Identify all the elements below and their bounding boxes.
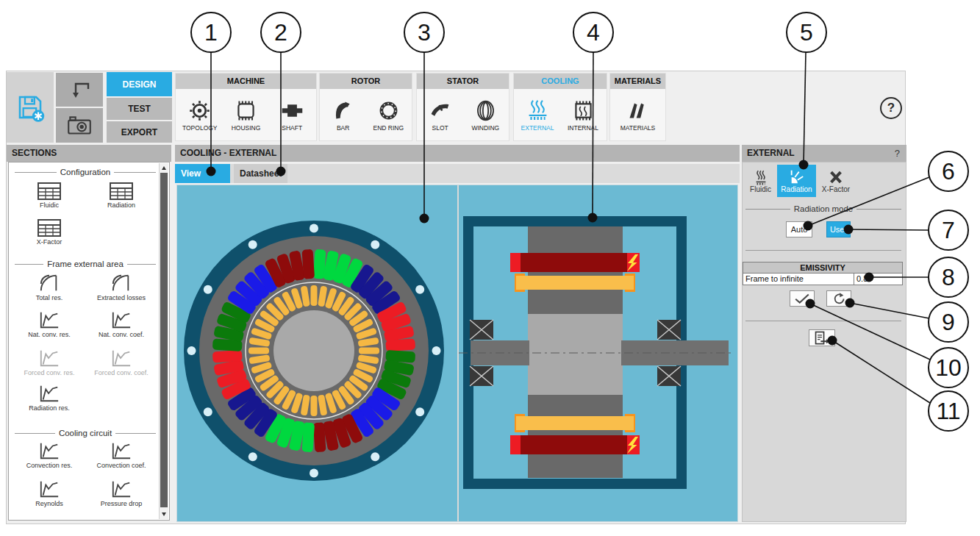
group-body-stator: SLOT WINDING — [417, 90, 509, 140]
toolbar-group-materials: MATERIALS MATERIALS — [609, 73, 666, 141]
group-header-cooling-circuit: Cooling circuit — [15, 428, 156, 438]
callout-circle-6 — [929, 151, 968, 191]
section-item-fluidic[interactable]: Fluidic — [13, 182, 85, 209]
user-mode-button[interactable]: User — [826, 221, 851, 237]
section-item-label: Nat. conv. coef. — [99, 331, 144, 338]
tab-fluidic[interactable]: Fluidic — [744, 165, 777, 197]
fluidic-icon — [753, 169, 769, 185]
panel-help-button[interactable]: ? — [895, 145, 900, 162]
section-item-pressure-drop[interactable]: Pressure drop — [85, 479, 157, 507]
section-item-reynolds[interactable]: Reynolds — [13, 479, 85, 507]
winding-end-cap — [510, 253, 521, 272]
section-item-extracted-losses[interactable]: Extracted losses — [85, 273, 157, 301]
axial-winding-bottom — [510, 435, 640, 454]
section-item-x-factor[interactable]: X-Factor — [13, 218, 85, 246]
section-item-convection-coef[interactable]: Convection coef. — [85, 440, 157, 469]
table-icon — [109, 182, 134, 201]
sections-row: Forced conv. res. Forced conv. coef. — [13, 348, 157, 376]
group-header-rotor: ROTOR — [320, 74, 412, 89]
toolbar-item-internal[interactable]: INTERNAL — [561, 99, 605, 132]
toolbar-item-end-ring[interactable]: END RING — [366, 99, 410, 132]
tab-datasheet[interactable]: Datasheet — [234, 164, 287, 183]
materials-icon — [626, 99, 650, 123]
sections-title: SECTIONS — [7, 145, 171, 162]
screenshot-button[interactable] — [56, 108, 103, 143]
callout-circle-2 — [261, 12, 301, 52]
callout-circle-11 — [929, 391, 968, 431]
toolbar-item-housing[interactable]: HOUSING — [224, 99, 268, 132]
toolbar-item-winding[interactable]: WINDING — [463, 99, 507, 132]
undo-button[interactable] — [56, 73, 103, 107]
section-item-label: Fluidic — [40, 201, 59, 209]
topology-gear-icon — [187, 99, 212, 123]
axial-end-winding-bottom — [516, 416, 634, 430]
toolbar-item-bar[interactable]: BAR — [321, 99, 365, 132]
camera-icon — [65, 112, 93, 140]
sections-scrollbar[interactable] — [159, 163, 168, 519]
toolbar-item-topology[interactable]: TOPOLOGY — [178, 99, 222, 132]
housing-icon — [234, 99, 258, 123]
line-chart-icon — [37, 440, 61, 461]
callout-number: 8 — [942, 264, 955, 290]
axial-cross-section — [459, 221, 734, 484]
external-title-label: EXTERNAL — [747, 148, 795, 158]
section-item-convection-res[interactable]: Convection res. — [13, 440, 85, 469]
group-header-frame-external-area: Frame external area — [15, 259, 156, 269]
scrollbar-thumb[interactable] — [160, 173, 168, 507]
sections-row: Fluidic Radiation — [13, 182, 157, 209]
tab-radiation[interactable]: Radiation — [777, 165, 816, 197]
toolbar-item-label: WINDING — [471, 124, 499, 132]
group-body-materials: MATERIALS — [610, 90, 665, 140]
test-tab[interactable]: TEST — [107, 98, 172, 120]
toolbar-item-materials[interactable]: MATERIALS — [616, 99, 660, 132]
sections-row: Total res. Extracted losses — [13, 273, 157, 301]
internal-cooling-icon — [571, 99, 595, 123]
undo-arrow-icon — [66, 76, 93, 103]
tab-view[interactable]: View — [175, 164, 230, 183]
section-item-nat-conv-res[interactable]: Nat. conv. res. — [13, 310, 85, 338]
radiation-icon — [789, 169, 805, 185]
winding-coil-icon — [473, 99, 498, 123]
sections-panel: Configuration Fluidic Ra — [8, 162, 170, 521]
help-button[interactable]: ? — [880, 97, 902, 119]
toolbar-item-slot[interactable]: SLOT — [418, 99, 462, 132]
section-item-forced-conv-res[interactable]: Forced conv. res. — [13, 348, 85, 376]
callout-number: 10 — [935, 354, 962, 381]
scroll-down-icon[interactable] — [162, 512, 166, 516]
group-header-materials: MATERIALS — [610, 74, 665, 89]
group-header-label: Cooling circuit — [55, 429, 115, 437]
callout-circle-1 — [191, 12, 231, 52]
toolbar-group-rotor: ROTOR BAR END RING — [319, 73, 412, 141]
group-body-machine: TOPOLOGY HOUSING SHAFT — [176, 90, 316, 140]
axial-winding-top — [510, 253, 640, 272]
section-item-total-res[interactable]: Total res. — [13, 273, 85, 301]
design-tab[interactable]: DESIGN — [107, 72, 172, 96]
emissivity-table: EMISSIVITY Frame to infinite 0.8 — [743, 262, 903, 285]
toolbar-item-label: MATERIALS — [620, 124, 656, 132]
callout-number: 4 — [587, 19, 600, 46]
section-item-label: Pressure drop — [101, 500, 143, 507]
callout-number: 1 — [204, 19, 218, 46]
cooling-view-canvas[interactable] — [176, 185, 738, 522]
panel-divider — [745, 250, 901, 251]
section-item-label: Radiation res. — [29, 404, 70, 412]
section-item-forced-conv-coef[interactable]: Forced conv. coef. — [85, 348, 157, 376]
toolbar-item-shaft[interactable]: SHAFT — [270, 99, 314, 132]
auto-mode-button[interactable]: Auto — [786, 221, 812, 237]
emissivity-value-field[interactable]: 0.8 — [854, 274, 902, 285]
sections-row: Convection res. Convection coef. — [13, 440, 157, 469]
tab-x-factor[interactable]: X-Factor — [818, 165, 854, 197]
export-tab[interactable]: EXPORT — [107, 121, 172, 143]
section-item-radiation[interactable]: Radiation — [85, 182, 157, 209]
section-item-label: Total res. — [36, 294, 63, 301]
reset-button[interactable] — [826, 290, 851, 307]
apply-button[interactable] — [790, 290, 815, 307]
export-data-button[interactable] — [809, 329, 835, 346]
section-item-radiation-res[interactable]: Radiation res. — [13, 383, 85, 412]
section-item-nat-conv-coef[interactable]: Nat. conv. coef. — [85, 310, 157, 338]
toolbar-item-external[interactable]: EXTERNAL — [515, 99, 559, 132]
section-item-label: Forced conv. res. — [24, 369, 75, 376]
save-button[interactable] — [7, 72, 54, 143]
scroll-up-icon[interactable] — [162, 166, 166, 170]
toolbar-group-cooling: COOLING EXTERNAL INTERNA — [513, 73, 607, 141]
